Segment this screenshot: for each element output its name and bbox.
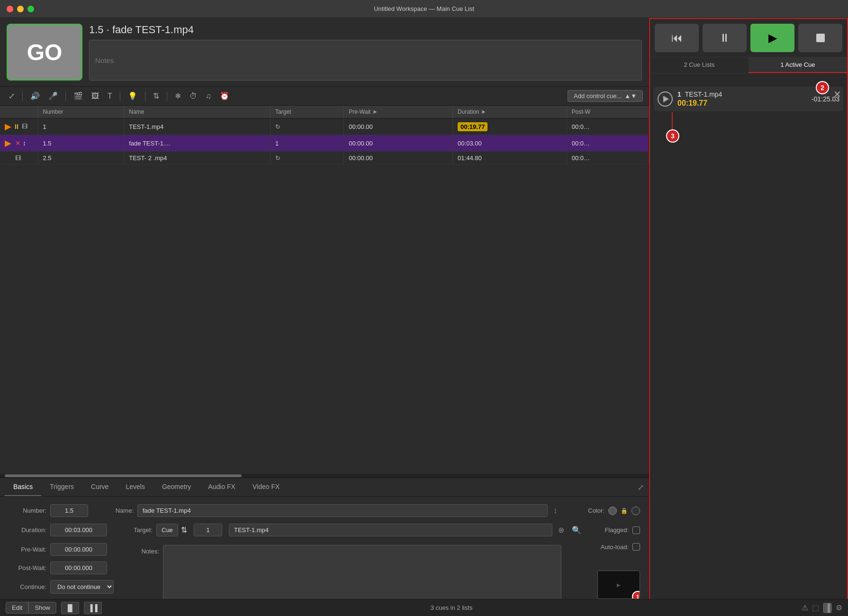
window-title: Untitled Workspace — Main Cue List xyxy=(374,5,474,12)
col-name: Name xyxy=(124,106,271,118)
number-value[interactable]: 1.5 xyxy=(50,504,88,517)
warning-icon-btn[interactable]: ⚠ xyxy=(802,603,808,612)
right-status-icons: ⚠ ⬚ ▐ ⚙ xyxy=(802,603,842,613)
tab-triggers[interactable]: Triggers xyxy=(41,478,82,496)
video-icon-btn[interactable]: 🎬 xyxy=(71,90,86,102)
show-button[interactable]: Show xyxy=(28,602,56,614)
play-triangle-icon xyxy=(663,96,669,102)
autoload-label: Auto-load: xyxy=(591,544,629,551)
stop-button[interactable] xyxy=(798,24,842,52)
color-label: Color: xyxy=(567,507,604,514)
horizontal-scrollbar[interactable] xyxy=(0,474,649,478)
active-cue-entry[interactable]: 1 TEST-1.mp4 00:19.77 -01:25.03 2 ✕ 3 xyxy=(654,87,843,111)
notes-input[interactable] xyxy=(89,40,642,81)
cue-table: Number Name Target Pre-Wait ➤ Duration ➤… xyxy=(0,106,649,165)
target-select-arrow-icon: ⇅ xyxy=(181,525,187,534)
row1-duration: 00:19.77 xyxy=(453,118,567,135)
layout-icon-btn-2[interactable]: ▐ xyxy=(823,603,832,613)
clear-target-icon-btn[interactable]: ⊗ xyxy=(556,524,566,536)
sort-icon-btn[interactable]: ⇅ xyxy=(150,90,162,102)
tab-audio-fx[interactable]: Audio FX xyxy=(199,478,244,496)
color-circle-1[interactable] xyxy=(608,507,617,515)
tab-active-cue[interactable]: 1 Active Cue xyxy=(749,57,847,73)
tab-cue-lists[interactable]: 2 Cue Lists xyxy=(650,57,749,73)
basics-detail-panel: Number: 1.5 Name: ↕ Color: 🔒 xyxy=(0,497,649,616)
waveform-icon-btn[interactable]: ↕ xyxy=(551,505,559,517)
duration-label: Duration: xyxy=(9,526,46,534)
pause-transport-icon: ⏸ xyxy=(719,31,731,45)
row2-target: 1 xyxy=(271,135,344,152)
vertical-line xyxy=(672,112,673,131)
postwait-label: Post-Wait: xyxy=(9,564,46,571)
tab-levels[interactable]: Levels xyxy=(117,478,153,496)
fullscreen-icon-btn[interactable]: ⤢ xyxy=(6,90,18,102)
status-bar: Edit Show ▐▌ ▐▐ 3 cues in 2 lists ⚠ ⬚ ▐ … xyxy=(0,599,848,616)
table-row[interactable]: ▶ ⏸ 🎞 1 TEST-1.mp4 ↻ 00:00.00 00:19.77 xyxy=(0,118,649,135)
col-status xyxy=(0,106,38,118)
alarm-icon-btn[interactable]: ⏰ xyxy=(217,90,232,102)
header-right: 1.5 · fade TEST-1.mp4 xyxy=(89,24,642,81)
row3-prewait: 00:00.00 xyxy=(344,152,453,165)
target-number[interactable]: 1 xyxy=(194,524,222,536)
search-target-icon-btn[interactable]: 🔍 xyxy=(570,524,583,536)
scrollbar-thumb[interactable] xyxy=(5,474,242,477)
play-circle-btn[interactable] xyxy=(658,91,673,107)
table-row[interactable]: 🎞 2.5 TEST- 2 .mp4 ↻ 00:00.00 01:44.80 0… xyxy=(0,152,649,165)
col-prewait: Pre-Wait ➤ xyxy=(344,106,453,118)
close-button[interactable] xyxy=(7,6,13,12)
tab-basics[interactable]: Basics xyxy=(5,478,41,496)
target-type-select[interactable]: Cue xyxy=(156,524,178,536)
layout-btn-2[interactable]: ▐▐ xyxy=(84,602,102,614)
layout-btn-1[interactable]: ▐▌ xyxy=(61,602,79,614)
settings-icon-btn[interactable]: ⚙ xyxy=(836,603,842,612)
duration-field-row: Duration: 00:03.000 xyxy=(9,524,107,536)
fade-icon: ↕ xyxy=(23,139,26,147)
row3-name: TEST- 2 .mp4 xyxy=(124,152,271,165)
minimize-button[interactable] xyxy=(17,6,24,12)
row3-status: 🎞 xyxy=(0,152,38,165)
autoload-checkbox[interactable] xyxy=(632,543,640,551)
close-cue-icon[interactable]: ✕ xyxy=(833,89,841,100)
go-button[interactable]: GO xyxy=(7,24,82,81)
text-icon-btn[interactable]: T xyxy=(105,90,115,102)
row3-postwait: 00:0… xyxy=(567,152,648,165)
name-input[interactable] xyxy=(137,504,548,517)
postwait-value[interactable]: 00:00.000 xyxy=(50,562,107,574)
mic-icon-btn[interactable]: 🎤 xyxy=(45,90,61,102)
clock-icon-btn[interactable]: ⏱ xyxy=(187,90,200,102)
flagged-checkbox[interactable] xyxy=(632,526,640,534)
audio-icon-btn[interactable]: 🔊 xyxy=(27,90,43,102)
active-cue-tabs: 2 Cue Lists 1 Active Cue xyxy=(650,57,847,73)
tab-curve[interactable]: Curve xyxy=(82,478,117,496)
music-icon-btn[interactable]: ♫ xyxy=(203,90,214,102)
edit-button[interactable]: Edit xyxy=(6,602,28,614)
duration-value[interactable]: 00:03.000 xyxy=(50,524,107,536)
titlebar-buttons[interactable] xyxy=(7,6,34,12)
maximize-button[interactable] xyxy=(27,6,34,12)
stop-icon xyxy=(816,34,825,42)
pause-icon: ⏸ xyxy=(13,123,20,130)
tab-expand-icon[interactable]: ⤢ xyxy=(638,483,644,492)
notes-textarea[interactable] xyxy=(163,545,561,602)
play-icon: ▶ xyxy=(768,31,777,45)
prewait-value[interactable]: 00:00.000 xyxy=(50,543,107,556)
tab-geometry[interactable]: Geometry xyxy=(153,478,199,496)
rewind-button[interactable]: ⏮ xyxy=(655,24,699,52)
continue-select[interactable]: Do not continue xyxy=(50,580,114,594)
row3-target: ↻ xyxy=(271,152,344,165)
row1-status: ▶ ⏸ 🎞 xyxy=(0,118,38,135)
table-row[interactable]: ▶ ✕ ↕ 1.5 fade TEST-1.... 1 00:00.00 00:… xyxy=(0,135,649,152)
light-icon-btn[interactable]: 💡 xyxy=(125,90,140,102)
color-circle-2[interactable] xyxy=(631,507,640,515)
play-button[interactable]: ▶ xyxy=(750,24,794,52)
add-control-cue-button[interactable]: Add control cue... ▲▼ xyxy=(568,90,643,102)
snowflake-icon-btn[interactable]: ❄ xyxy=(172,90,184,102)
thumbnail-preview: ▶ xyxy=(617,582,621,588)
color-selector[interactable]: 🔒 xyxy=(608,507,640,515)
tab-video-fx[interactable]: Video FX xyxy=(244,478,288,496)
pause-button[interactable]: ⏸ xyxy=(703,24,747,52)
row2-postwait: 00:0… xyxy=(567,135,648,152)
layout-icon-btn-1[interactable]: ⬚ xyxy=(812,603,819,612)
image-icon-btn[interactable]: 🖼 xyxy=(89,90,102,102)
target-label: Target: xyxy=(115,526,153,534)
